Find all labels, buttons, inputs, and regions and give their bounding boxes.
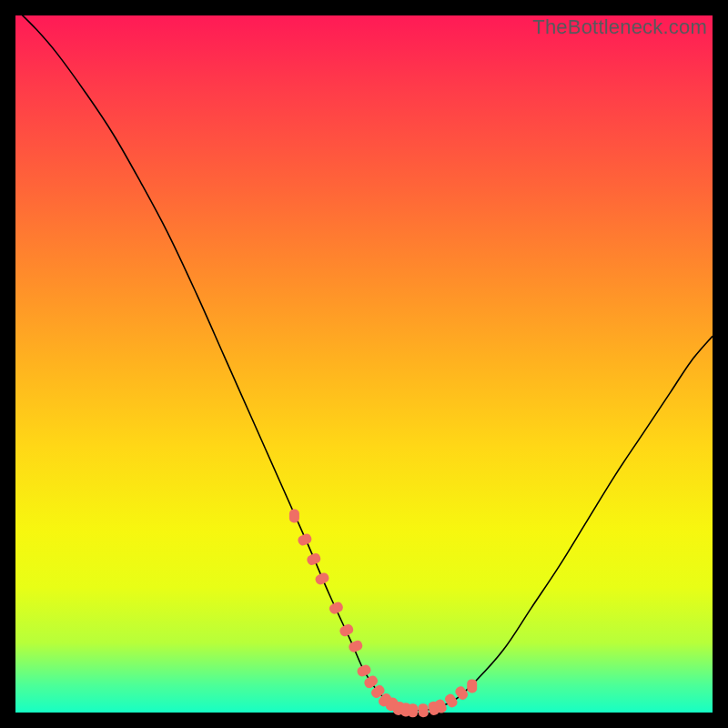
highlight-dot xyxy=(348,639,364,653)
highlight-dot xyxy=(297,532,313,547)
highlight-dot xyxy=(339,622,355,638)
highlight-dot xyxy=(306,551,322,566)
highlight-dot xyxy=(328,601,344,615)
gradient-background: TheBottleneck.com xyxy=(15,15,713,713)
highlight-dot xyxy=(408,703,419,717)
chart-svg xyxy=(15,15,713,713)
highlight-dot xyxy=(314,571,330,586)
bottleneck-curve xyxy=(15,8,713,710)
highlight-dot xyxy=(467,679,477,693)
highlight-dot xyxy=(356,663,372,678)
highlight-dot xyxy=(289,510,299,523)
chart-frame: TheBottleneck.com xyxy=(0,0,728,728)
highlight-dots-group xyxy=(289,510,477,718)
highlight-dot xyxy=(418,703,429,718)
